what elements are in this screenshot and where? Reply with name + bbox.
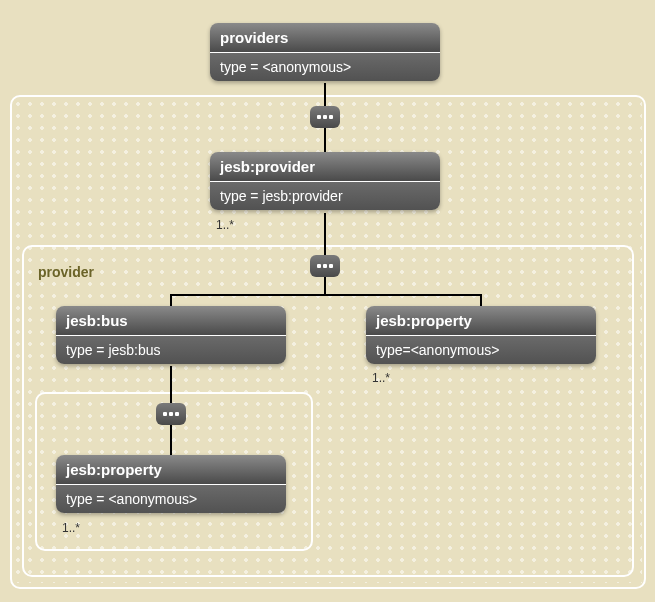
cardinality: 1..* <box>216 218 234 232</box>
cardinality: 1..* <box>372 371 390 385</box>
line <box>324 213 326 295</box>
line <box>170 294 482 296</box>
node-title: jesb:bus <box>56 306 286 336</box>
node-type: type = <anonymous> <box>56 485 286 513</box>
node-providers: providers type = <anonymous> <box>210 23 440 81</box>
node-title: jesb:property <box>56 455 286 485</box>
node-title: providers <box>210 23 440 53</box>
group-label-provider: provider <box>38 264 94 280</box>
diagram-canvas: provider providers type = <anonymous> je… <box>0 0 655 602</box>
node-type: type=<anonymous> <box>366 336 596 364</box>
node-title: jesb:property <box>366 306 596 336</box>
node-provider: jesb:provider type = jesb:provider <box>210 152 440 210</box>
cardinality: 1..* <box>62 521 80 535</box>
node-type: type = <anonymous> <box>210 53 440 81</box>
node-bus: jesb:bus type = jesb:bus <box>56 306 286 364</box>
node-property-right: jesb:property type=<anonymous> <box>366 306 596 364</box>
node-property-nested: jesb:property type = <anonymous> <box>56 455 286 513</box>
sequence-connector-icon <box>310 255 340 277</box>
node-title: jesb:provider <box>210 152 440 182</box>
node-type: type = jesb:provider <box>210 182 440 210</box>
node-type: type = jesb:bus <box>56 336 286 364</box>
sequence-connector-icon <box>310 106 340 128</box>
sequence-connector-icon <box>156 403 186 425</box>
